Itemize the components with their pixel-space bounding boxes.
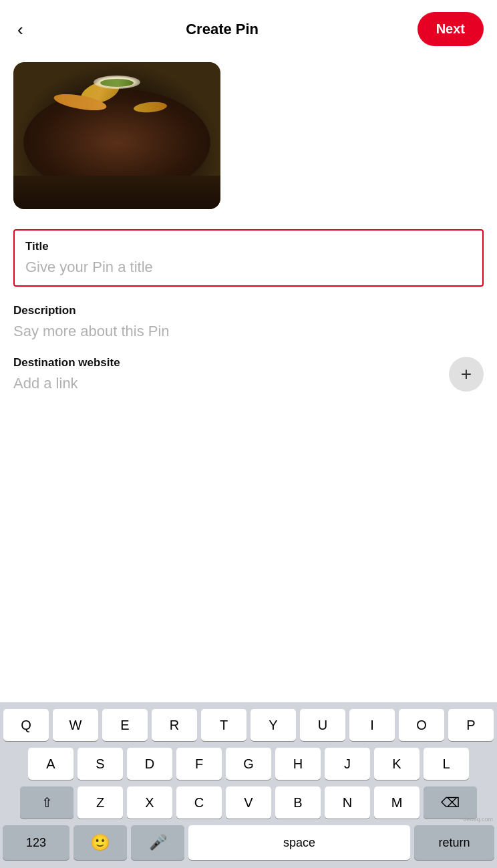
key-k[interactable]: K (374, 748, 420, 780)
key-m[interactable]: M (374, 786, 420, 819)
title-field-container[interactable]: Title Give your Pin a title (13, 229, 484, 287)
description-label: Description (13, 304, 484, 317)
key-z[interactable]: Z (77, 786, 123, 819)
next-button[interactable]: Next (418, 12, 484, 46)
key-q[interactable]: Q (3, 709, 49, 741)
key-i[interactable]: I (349, 709, 395, 741)
mic-key[interactable]: 🎤 (131, 825, 184, 860)
page-title: Create Pin (186, 21, 259, 38)
image-section (0, 55, 497, 223)
delete-key[interactable]: ⌫ (424, 786, 477, 819)
destination-input[interactable]: Add a link (13, 375, 449, 392)
pin-image[interactable] (13, 62, 220, 209)
key-y[interactable]: Y (251, 709, 296, 741)
destination-field-container: Destination website Add a link + (0, 348, 497, 403)
keyboard: Q W E R T Y U I O P A S D F G H J K L ⇧ … (0, 702, 497, 868)
back-button[interactable]: ‹ (13, 17, 27, 42)
space-label: space (283, 836, 315, 850)
key-p[interactable]: P (448, 709, 494, 741)
title-label: Title (25, 240, 472, 253)
key-d[interactable]: D (127, 748, 172, 780)
numbers-key[interactable]: 123 (3, 825, 69, 860)
key-j[interactable]: J (325, 748, 370, 780)
key-t[interactable]: T (201, 709, 246, 741)
key-w[interactable]: W (53, 709, 98, 741)
keyboard-row-1: Q W E R T Y U I O P (3, 709, 494, 741)
destination-label: Destination website (13, 356, 449, 370)
key-l[interactable]: L (424, 748, 469, 780)
key-c[interactable]: C (176, 786, 222, 819)
key-g[interactable]: G (226, 748, 271, 780)
return-label: return (438, 836, 470, 850)
description-field-container[interactable]: Description Say more about this Pin (0, 293, 497, 348)
keyboard-row-2: A S D F G H J K L (3, 748, 494, 780)
destination-content: Destination website Add a link (13, 356, 449, 392)
key-a[interactable]: A (28, 748, 73, 780)
key-b[interactable]: B (275, 786, 321, 819)
key-f[interactable]: F (176, 748, 222, 780)
key-x[interactable]: X (127, 786, 172, 819)
key-v[interactable]: V (226, 786, 271, 819)
key-r[interactable]: R (152, 709, 197, 741)
keyboard-bottom-row: 123 🙂 🎤 space return (3, 825, 494, 860)
mic-icon: 🎤 (149, 834, 167, 851)
key-o[interactable]: O (399, 709, 444, 741)
numbers-label: 123 (26, 836, 46, 850)
shift-key[interactable]: ⇧ (20, 786, 73, 819)
space-key[interactable]: space (188, 825, 410, 860)
key-u[interactable]: U (300, 709, 345, 741)
plus-icon: + (461, 364, 472, 385)
key-h[interactable]: H (275, 748, 321, 780)
title-input[interactable]: Give your Pin a title (25, 259, 472, 276)
emoji-key[interactable]: 🙂 (73, 825, 127, 860)
key-n[interactable]: N (325, 786, 370, 819)
keyboard-row-3: ⇧ Z X C V B N M ⌫ (3, 786, 494, 819)
description-input[interactable]: Say more about this Pin (13, 323, 484, 340)
add-link-button[interactable]: + (449, 357, 484, 392)
watermark: deuaq.com (463, 816, 493, 823)
key-s[interactable]: S (77, 748, 123, 780)
emoji-icon: 🙂 (90, 833, 110, 852)
return-key[interactable]: return (414, 825, 494, 860)
key-e[interactable]: E (102, 709, 148, 741)
app-header: ‹ Create Pin Next (0, 0, 497, 55)
